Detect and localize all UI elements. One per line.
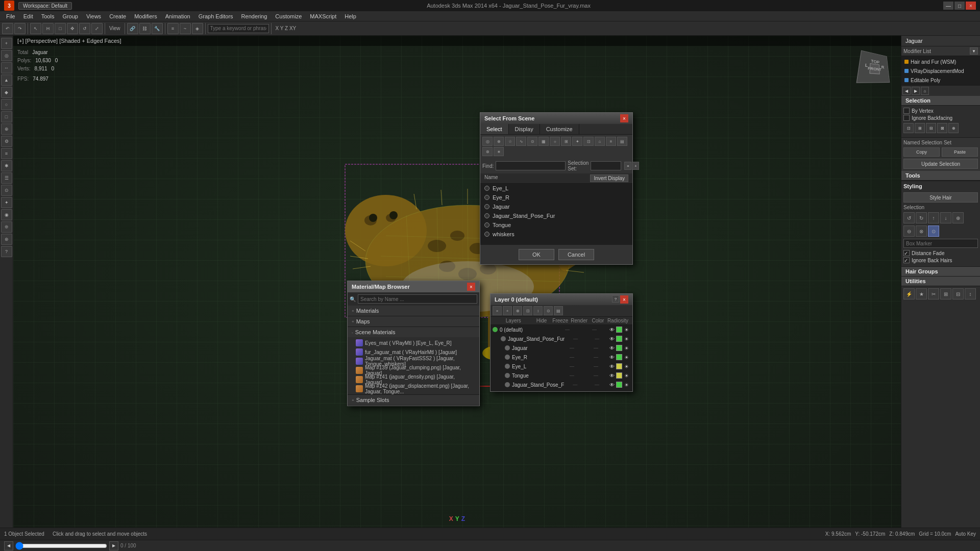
lt-btn-8[interactable]: ⊕	[1, 123, 12, 135]
lt-btn-7[interactable]: □	[1, 111, 12, 122]
ignore-backfacing-checkbox[interactable]	[903, 115, 910, 121]
menu-views[interactable]: Views	[82, 12, 105, 20]
layer-tb-2[interactable]: +	[503, 306, 512, 315]
menu-maxscript[interactable]: MAXScript	[306, 12, 340, 20]
layer-item-0[interactable]: 0 (default) — — 👁 ☀	[491, 325, 632, 334]
sfs-tb-btn-9[interactable]: ✦	[572, 137, 582, 146]
menu-help[interactable]: Help	[340, 12, 360, 20]
mb-sample-slots-header[interactable]: + Sample Slots	[348, 395, 479, 405]
select-region-button[interactable]: □	[55, 23, 66, 34]
sfs-item-jaguar-fur[interactable]: Jaguar_Stand_Pose_Fur	[480, 211, 632, 220]
sty-icon-4[interactable]: ↓	[940, 212, 951, 223]
sfs-tb-btn-8[interactable]: ⊞	[561, 137, 571, 146]
util-icon-1[interactable]: ⚡	[903, 288, 915, 299]
sfs-tb-btn-2[interactable]: ⊕	[494, 137, 504, 146]
layer-tb-3[interactable]: ⊕	[513, 306, 522, 315]
menu-customize[interactable]: Customize	[271, 12, 306, 20]
layer-tb-7[interactable]: ▤	[554, 306, 563, 315]
invert-display-button[interactable]: Invert Display	[590, 174, 628, 182]
timeline-next-button[interactable]: ▶	[109, 541, 118, 550]
sfs-ss-btn-2[interactable]: +	[632, 162, 639, 170]
lt-btn-14[interactable]: ✦	[1, 197, 12, 208]
panel-nav-prev[interactable]: ◀	[902, 87, 911, 95]
unlink-button[interactable]: ⛓	[139, 23, 151, 34]
link-button[interactable]: 🔗	[127, 23, 138, 34]
sfs-tab-customize[interactable]: Customize	[540, 124, 579, 134]
object-name-field[interactable]: Jaguar	[901, 36, 980, 46]
lt-btn-10[interactable]: ≡	[1, 148, 12, 159]
modifier-item-1[interactable]: Hair and Fur (WSM)	[902, 57, 979, 66]
sel-icon-1[interactable]: ⊡	[903, 123, 914, 133]
menu-modifiers[interactable]: Modifiers	[130, 12, 161, 20]
layer-help-button[interactable]: ?	[612, 295, 619, 303]
mb-item-map-142[interactable]: Map #142 (jaguar_displacement.png) [Jagu…	[348, 384, 479, 393]
lt-btn-11[interactable]: ✱	[1, 160, 12, 171]
layer-tb-4[interactable]: ⊡	[523, 306, 532, 315]
lt-btn-3[interactable]: ↔	[1, 62, 12, 73]
modifier-list-expand[interactable]: ▼	[970, 47, 978, 55]
menu-create[interactable]: Create	[105, 12, 130, 20]
mb-scene-materials-header[interactable]: - Scene Materials	[348, 327, 479, 337]
lt-btn-18[interactable]: ?	[1, 246, 12, 257]
layer-item-eye-l[interactable]: Eye_L — — 👁 ☀	[491, 362, 632, 371]
select-button[interactable]: ↖	[30, 23, 41, 34]
style-hair-button[interactable]: Style Hair	[903, 192, 978, 203]
layer-tb-6[interactable]: ⊙	[544, 306, 553, 315]
layer-item-eye-r[interactable]: Eye_R — — 👁 ☀	[491, 353, 632, 362]
sfs-tb-btn-13[interactable]: ▤	[617, 137, 627, 146]
lt-btn-16[interactable]: ❊	[1, 221, 12, 233]
sfs-tb-btn-7[interactable]: ⟐	[550, 137, 560, 146]
modifier-item-2[interactable]: VRayDisplacementMod	[902, 66, 979, 76]
lt-btn-4[interactable]: ▲	[1, 74, 12, 86]
sfs-tb-btn-11[interactable]: ⌂	[595, 137, 605, 146]
workspace-button[interactable]: Workspace: Default	[18, 2, 72, 10]
util-icon-4[interactable]: ⊞	[940, 288, 951, 299]
lt-btn-1[interactable]: +	[1, 38, 12, 49]
maximize-button[interactable]: □	[954, 2, 965, 10]
sfs-tb-btn-6[interactable]: ▦	[538, 137, 549, 146]
sfs-close-button[interactable]: ×	[620, 114, 628, 122]
distance-fade-checkbox[interactable]: ✓	[903, 250, 910, 256]
sty-icon-accent-1[interactable]: ⊙	[928, 226, 939, 237]
layer-item-jaguar[interactable]: Jaguar — — 👁 ☀	[491, 343, 632, 353]
sel-icon-5[interactable]: ⊕	[948, 123, 959, 133]
ignore-back-hairs-checkbox[interactable]: ✓	[903, 257, 910, 263]
sfs-tab-select[interactable]: Select	[480, 124, 509, 134]
mb-close-button[interactable]: ×	[467, 283, 475, 291]
layer-tb-1[interactable]: ×	[493, 306, 502, 315]
sel-icon-3[interactable]: ⊟	[926, 123, 936, 133]
update-selection-button[interactable]: Update Selection	[903, 159, 978, 169]
menu-animation[interactable]: Animation	[161, 12, 194, 20]
curve-editor-button[interactable]: ~	[180, 23, 191, 34]
layer-close-button[interactable]: ×	[620, 295, 628, 304]
close-button[interactable]: ×	[966, 2, 976, 10]
mb-materials-header[interactable]: + Materials	[348, 306, 479, 316]
sty-icon-3[interactable]: ↑	[928, 212, 939, 223]
menu-tools[interactable]: Tools	[37, 12, 59, 20]
schematic-button[interactable]: ◈	[192, 23, 203, 34]
move-button[interactable]: ✥	[67, 23, 78, 34]
sfs-ss-input[interactable]	[591, 161, 621, 170]
menu-graph-editors[interactable]: Graph Editors	[194, 12, 237, 20]
lt-btn-6[interactable]: ○	[1, 99, 12, 110]
menu-group[interactable]: Group	[58, 12, 82, 20]
lt-btn-12[interactable]: ☰	[1, 172, 12, 184]
mb-item-eyes-mat[interactable]: Eyes_mat ( VRayMtl ) [Eye_L, Eye_R]	[348, 338, 479, 347]
sfs-tb-btn-10[interactable]: ⊡	[583, 137, 594, 146]
scale-button[interactable]: ⤢	[91, 23, 103, 34]
nss-copy-button[interactable]: Copy	[903, 147, 940, 157]
sfs-tb-btn-14[interactable]: ⊛	[482, 147, 493, 156]
sfs-cancel-button[interactable]: Cancel	[558, 249, 594, 260]
sfs-tb-btn-5[interactable]: ⊙	[527, 137, 537, 146]
timeline-prev-button[interactable]: ◀	[4, 541, 13, 550]
util-icon-2[interactable]: ★	[916, 288, 927, 299]
sty-icon-1[interactable]: ↺	[903, 212, 915, 223]
by-vertex-checkbox[interactable]	[903, 108, 910, 114]
menu-rendering[interactable]: Rendering	[237, 12, 272, 20]
menu-edit[interactable]: Edit	[19, 12, 37, 20]
layer-manager-button[interactable]: ≡	[167, 23, 179, 34]
box-marker-input[interactable]	[903, 239, 978, 248]
modifier-item-3[interactable]: Editable Poly	[902, 76, 979, 85]
panel-nav-home[interactable]: ⌂	[921, 87, 929, 95]
sel-icon-2[interactable]: ⊞	[915, 123, 925, 133]
